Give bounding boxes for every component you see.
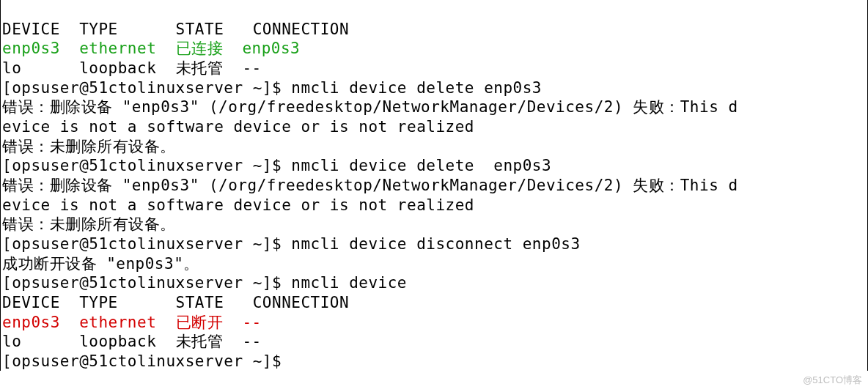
error-line: 错误：删除设备 "enp0s3" (/org/freedesktop/Netwo…: [2, 98, 738, 116]
table-row: enp0s3 ethernet 已断开 --: [2, 314, 262, 331]
table-row: lo loopback 未托管 --: [2, 59, 262, 77]
success-line: 成功断开设备 "enp0s3"。: [2, 255, 199, 273]
command-text: nmcli device delete enp0s3: [291, 157, 551, 174]
watermark-text: @51CTO博客: [803, 374, 862, 387]
error-line: 错误：未删除所有设备。: [2, 215, 176, 233]
error-line: 错误：未删除所有设备。: [2, 138, 176, 155]
error-line: evice is not a software device or is not…: [2, 118, 474, 136]
prompt-line: [opsuser@51ctolinuxserver ~]$ nmcli devi…: [2, 79, 542, 97]
prompt-line: [opsuser@51ctolinuxserver ~]$ nmcli devi…: [2, 235, 581, 253]
command-text: nmcli device disconnect enp0s3: [291, 235, 580, 253]
table-header: DEVICE TYPE STATE CONNECTION: [2, 294, 349, 311]
command-text: nmcli device: [291, 274, 407, 292]
table-row: lo loopback 未托管 --: [2, 333, 262, 350]
prompt-line: [opsuser@51ctolinuxserver ~]$ nmcli devi…: [2, 274, 407, 292]
prompt-line: [opsuser@51ctolinuxserver ~]$: [2, 352, 291, 370]
terminal-output[interactable]: DEVICE TYPE STATE CONNECTION enp0s3 ethe…: [0, 0, 868, 371]
table-row: enp0s3 ethernet 已连接 enp0s3: [2, 40, 300, 57]
table-header: DEVICE TYPE STATE CONNECTION: [2, 21, 349, 38]
prompt-line: [opsuser@51ctolinuxserver ~]$ nmcli devi…: [2, 157, 551, 174]
error-line: evice is not a software device or is not…: [2, 196, 474, 214]
error-line: 错误：删除设备 "enp0s3" (/org/freedesktop/Netwo…: [2, 177, 738, 194]
command-text: nmcli device delete enp0s3: [291, 79, 542, 97]
